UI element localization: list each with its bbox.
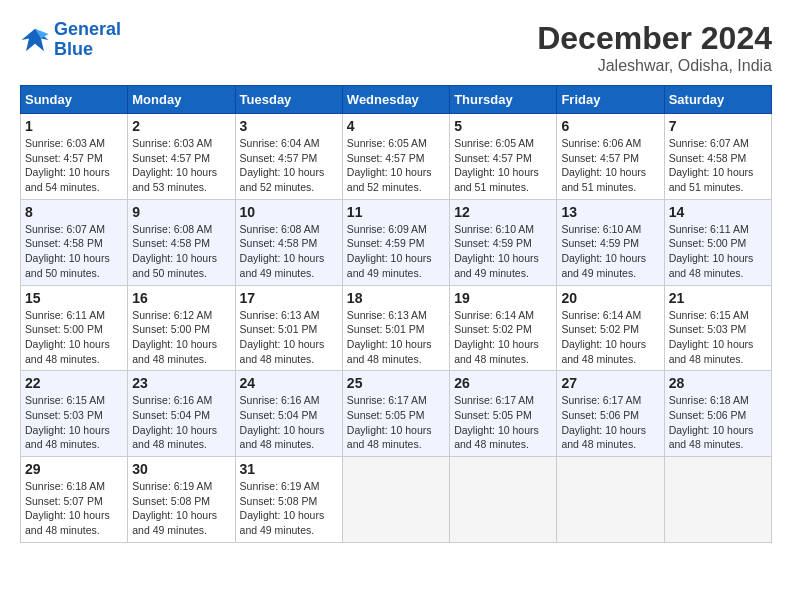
- day-info: Sunrise: 6:15 AMSunset: 5:03 PMDaylight:…: [25, 393, 123, 452]
- calendar-cell: 5Sunrise: 6:05 AMSunset: 4:57 PMDaylight…: [450, 114, 557, 200]
- header: General Blue December 2024 Jaleshwar, Od…: [20, 20, 772, 75]
- day-number: 1: [25, 118, 123, 134]
- day-number: 10: [240, 204, 338, 220]
- calendar-cell: 28Sunrise: 6:18 AMSunset: 5:06 PMDayligh…: [664, 371, 771, 457]
- calendar-cell: 30Sunrise: 6:19 AMSunset: 5:08 PMDayligh…: [128, 457, 235, 543]
- day-number: 28: [669, 375, 767, 391]
- calendar-cell: 13Sunrise: 6:10 AMSunset: 4:59 PMDayligh…: [557, 199, 664, 285]
- day-info: Sunrise: 6:07 AMSunset: 4:58 PMDaylight:…: [669, 136, 767, 195]
- calendar-cell: 12Sunrise: 6:10 AMSunset: 4:59 PMDayligh…: [450, 199, 557, 285]
- day-info: Sunrise: 6:13 AMSunset: 5:01 PMDaylight:…: [240, 308, 338, 367]
- day-number: 13: [561, 204, 659, 220]
- day-number: 27: [561, 375, 659, 391]
- calendar-cell: 26Sunrise: 6:17 AMSunset: 5:05 PMDayligh…: [450, 371, 557, 457]
- weekday-header-tuesday: Tuesday: [235, 86, 342, 114]
- calendar-cell: 21Sunrise: 6:15 AMSunset: 5:03 PMDayligh…: [664, 285, 771, 371]
- calendar-cell: 15Sunrise: 6:11 AMSunset: 5:00 PMDayligh…: [21, 285, 128, 371]
- day-info: Sunrise: 6:03 AMSunset: 4:57 PMDaylight:…: [25, 136, 123, 195]
- calendar-cell: [557, 457, 664, 543]
- day-info: Sunrise: 6:10 AMSunset: 4:59 PMDaylight:…: [561, 222, 659, 281]
- weekday-header-monday: Monday: [128, 86, 235, 114]
- day-number: 12: [454, 204, 552, 220]
- day-info: Sunrise: 6:04 AMSunset: 4:57 PMDaylight:…: [240, 136, 338, 195]
- day-info: Sunrise: 6:18 AMSunset: 5:06 PMDaylight:…: [669, 393, 767, 452]
- day-number: 22: [25, 375, 123, 391]
- calendar-cell: 22Sunrise: 6:15 AMSunset: 5:03 PMDayligh…: [21, 371, 128, 457]
- calendar-week-1: 1Sunrise: 6:03 AMSunset: 4:57 PMDaylight…: [21, 114, 772, 200]
- day-info: Sunrise: 6:06 AMSunset: 4:57 PMDaylight:…: [561, 136, 659, 195]
- day-info: Sunrise: 6:08 AMSunset: 4:58 PMDaylight:…: [240, 222, 338, 281]
- calendar-cell: 19Sunrise: 6:14 AMSunset: 5:02 PMDayligh…: [450, 285, 557, 371]
- day-info: Sunrise: 6:14 AMSunset: 5:02 PMDaylight:…: [454, 308, 552, 367]
- calendar-cell: 27Sunrise: 6:17 AMSunset: 5:06 PMDayligh…: [557, 371, 664, 457]
- day-number: 3: [240, 118, 338, 134]
- calendar-cell: 14Sunrise: 6:11 AMSunset: 5:00 PMDayligh…: [664, 199, 771, 285]
- logo-general: General: [54, 19, 121, 39]
- day-info: Sunrise: 6:11 AMSunset: 5:00 PMDaylight:…: [25, 308, 123, 367]
- calendar-cell: 4Sunrise: 6:05 AMSunset: 4:57 PMDaylight…: [342, 114, 449, 200]
- day-number: 23: [132, 375, 230, 391]
- calendar: SundayMondayTuesdayWednesdayThursdayFrid…: [20, 85, 772, 543]
- day-info: Sunrise: 6:03 AMSunset: 4:57 PMDaylight:…: [132, 136, 230, 195]
- calendar-cell: 17Sunrise: 6:13 AMSunset: 5:01 PMDayligh…: [235, 285, 342, 371]
- day-number: 8: [25, 204, 123, 220]
- day-number: 20: [561, 290, 659, 306]
- calendar-cell: 8Sunrise: 6:07 AMSunset: 4:58 PMDaylight…: [21, 199, 128, 285]
- calendar-week-3: 15Sunrise: 6:11 AMSunset: 5:00 PMDayligh…: [21, 285, 772, 371]
- day-number: 26: [454, 375, 552, 391]
- day-number: 21: [669, 290, 767, 306]
- calendar-cell: 7Sunrise: 6:07 AMSunset: 4:58 PMDaylight…: [664, 114, 771, 200]
- day-number: 31: [240, 461, 338, 477]
- logo-blue: Blue: [54, 39, 93, 59]
- logo-text: General Blue: [54, 20, 121, 60]
- calendar-cell: 16Sunrise: 6:12 AMSunset: 5:00 PMDayligh…: [128, 285, 235, 371]
- day-number: 18: [347, 290, 445, 306]
- day-info: Sunrise: 6:16 AMSunset: 5:04 PMDaylight:…: [240, 393, 338, 452]
- day-number: 25: [347, 375, 445, 391]
- day-info: Sunrise: 6:17 AMSunset: 5:05 PMDaylight:…: [454, 393, 552, 452]
- weekday-header-friday: Friday: [557, 86, 664, 114]
- calendar-cell: 9Sunrise: 6:08 AMSunset: 4:58 PMDaylight…: [128, 199, 235, 285]
- day-number: 5: [454, 118, 552, 134]
- calendar-week-4: 22Sunrise: 6:15 AMSunset: 5:03 PMDayligh…: [21, 371, 772, 457]
- day-number: 15: [25, 290, 123, 306]
- day-number: 14: [669, 204, 767, 220]
- day-number: 11: [347, 204, 445, 220]
- calendar-week-5: 29Sunrise: 6:18 AMSunset: 5:07 PMDayligh…: [21, 457, 772, 543]
- day-info: Sunrise: 6:16 AMSunset: 5:04 PMDaylight:…: [132, 393, 230, 452]
- calendar-cell: 29Sunrise: 6:18 AMSunset: 5:07 PMDayligh…: [21, 457, 128, 543]
- day-number: 2: [132, 118, 230, 134]
- weekday-row: SundayMondayTuesdayWednesdayThursdayFrid…: [21, 86, 772, 114]
- calendar-cell: 2Sunrise: 6:03 AMSunset: 4:57 PMDaylight…: [128, 114, 235, 200]
- day-number: 17: [240, 290, 338, 306]
- day-number: 24: [240, 375, 338, 391]
- title-area: December 2024 Jaleshwar, Odisha, India: [537, 20, 772, 75]
- calendar-cell: 25Sunrise: 6:17 AMSunset: 5:05 PMDayligh…: [342, 371, 449, 457]
- day-info: Sunrise: 6:17 AMSunset: 5:05 PMDaylight:…: [347, 393, 445, 452]
- day-info: Sunrise: 6:14 AMSunset: 5:02 PMDaylight:…: [561, 308, 659, 367]
- calendar-cell: 18Sunrise: 6:13 AMSunset: 5:01 PMDayligh…: [342, 285, 449, 371]
- day-info: Sunrise: 6:13 AMSunset: 5:01 PMDaylight:…: [347, 308, 445, 367]
- weekday-header-wednesday: Wednesday: [342, 86, 449, 114]
- day-info: Sunrise: 6:11 AMSunset: 5:00 PMDaylight:…: [669, 222, 767, 281]
- day-number: 30: [132, 461, 230, 477]
- day-info: Sunrise: 6:12 AMSunset: 5:00 PMDaylight:…: [132, 308, 230, 367]
- day-info: Sunrise: 6:08 AMSunset: 4:58 PMDaylight:…: [132, 222, 230, 281]
- day-number: 4: [347, 118, 445, 134]
- calendar-header: SundayMondayTuesdayWednesdayThursdayFrid…: [21, 86, 772, 114]
- month-title: December 2024: [537, 20, 772, 57]
- day-info: Sunrise: 6:05 AMSunset: 4:57 PMDaylight:…: [347, 136, 445, 195]
- day-number: 19: [454, 290, 552, 306]
- day-info: Sunrise: 6:15 AMSunset: 5:03 PMDaylight:…: [669, 308, 767, 367]
- calendar-cell: [342, 457, 449, 543]
- calendar-cell: 3Sunrise: 6:04 AMSunset: 4:57 PMDaylight…: [235, 114, 342, 200]
- weekday-header-sunday: Sunday: [21, 86, 128, 114]
- calendar-cell: 31Sunrise: 6:19 AMSunset: 5:08 PMDayligh…: [235, 457, 342, 543]
- day-number: 7: [669, 118, 767, 134]
- calendar-cell: 20Sunrise: 6:14 AMSunset: 5:02 PMDayligh…: [557, 285, 664, 371]
- day-number: 6: [561, 118, 659, 134]
- location-title: Jaleshwar, Odisha, India: [537, 57, 772, 75]
- day-number: 16: [132, 290, 230, 306]
- weekday-header-thursday: Thursday: [450, 86, 557, 114]
- day-info: Sunrise: 6:10 AMSunset: 4:59 PMDaylight:…: [454, 222, 552, 281]
